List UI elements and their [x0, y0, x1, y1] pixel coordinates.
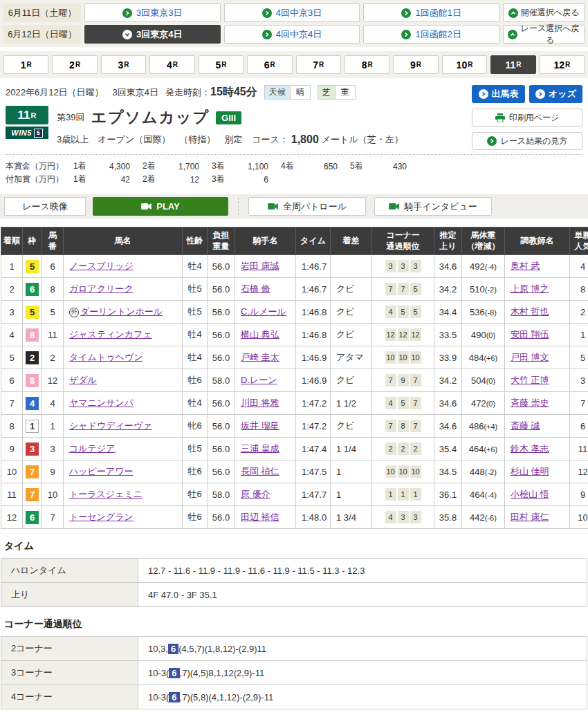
- back-to-race-select-button[interactable]: レース選択へ戻る: [503, 25, 585, 44]
- winner-number-highlight: 6: [168, 644, 178, 654]
- jockey-link[interactable]: 横山 典弘: [241, 329, 279, 339]
- jockey-link[interactable]: 岩田 康誠: [241, 261, 279, 271]
- win-popularity: 3: [570, 369, 588, 392]
- jockey-link[interactable]: 石橋 脩: [241, 283, 270, 294]
- results-header-cell: 単勝 人気: [570, 227, 588, 255]
- meeting-link-chukyo3[interactable]: 4回中京3日: [224, 3, 360, 22]
- result-row-horse-3: 933コルテジア牡556.0三浦 皇成1:47.41 1/422235.4464…: [1, 438, 588, 460]
- race-tab-11r[interactable]: 11R: [490, 55, 535, 74]
- trainer-link[interactable]: 斉藤 崇史: [511, 398, 549, 408]
- trainer-link[interactable]: 田村 康仁: [511, 512, 549, 522]
- trainer-link[interactable]: 小桧山 悟: [511, 489, 549, 499]
- jockey-link[interactable]: C.ルメール: [241, 306, 286, 317]
- jockey-link[interactable]: 原 優介: [241, 489, 270, 499]
- race-tab-7r[interactable]: 7R: [296, 55, 341, 74]
- horse-name-link[interactable]: ダーリントンホール: [80, 306, 163, 317]
- entry-table-button[interactable]: 出馬表: [472, 85, 525, 103]
- horse-name-link[interactable]: ジャスティンカフェ: [69, 329, 152, 339]
- trainer-link[interactable]: 上原 博之: [511, 283, 549, 294]
- meeting-link-tokyo3[interactable]: 3回東京3日: [84, 3, 221, 22]
- results-guide-button[interactable]: レース結果の見方: [472, 132, 582, 150]
- horse-name-cell: シャドウディーヴァ: [64, 415, 183, 438]
- jockey-link[interactable]: 三浦 皇成: [241, 443, 279, 454]
- jockey-cell: 岩田 康誠: [235, 255, 296, 278]
- trainer-link[interactable]: 杉山 佳明: [511, 466, 549, 476]
- race-tab-4r[interactable]: 4R: [149, 55, 194, 74]
- horse-name-link[interactable]: トーラスジェミニ: [69, 489, 143, 499]
- jockey-link[interactable]: D.レーン: [241, 375, 277, 385]
- race-tab-5r[interactable]: 5R: [199, 55, 244, 74]
- last-3f: 33.9: [434, 346, 462, 369]
- jockey-cell: 坂井 瑠星: [235, 415, 296, 438]
- jockey-link[interactable]: 長岡 禎仁: [241, 466, 279, 476]
- last-3f: 35.8: [434, 506, 462, 529]
- horse-name-cell: トーセングラン: [64, 506, 183, 529]
- horse-weight: 492(-4): [462, 255, 505, 278]
- print-page-label: 印刷用ページ: [509, 112, 560, 124]
- finish-position: 4: [1, 324, 23, 346]
- win5-badge: WIN55: [6, 127, 48, 139]
- horse-number: 8: [42, 278, 64, 301]
- race-tab-10r[interactable]: 10R: [442, 55, 487, 74]
- horse-weight: 536(-8): [462, 301, 505, 324]
- back-to-meeting-select-button[interactable]: 開催選択へ戻る: [503, 3, 585, 22]
- race-tab-8r[interactable]: 8R: [344, 55, 389, 74]
- horse-name-link[interactable]: コルテジア: [69, 443, 116, 454]
- print-page-button[interactable]: 印刷用ページ: [472, 109, 582, 127]
- trainer-cell: 小桧山 悟: [505, 483, 570, 506]
- finish-time: 1:47.4: [296, 438, 331, 460]
- trainer-link[interactable]: 大竹 正博: [511, 375, 549, 385]
- race-tab-2r[interactable]: 2R: [52, 55, 97, 74]
- last-3f: 34.4: [434, 301, 462, 324]
- meeting-link-hakodate1[interactable]: 1回函館1日: [363, 3, 499, 22]
- win-popularity: 5: [570, 346, 588, 369]
- horse-name-link[interactable]: トーセングラン: [69, 512, 134, 522]
- frame-number: 4: [23, 392, 42, 415]
- carried-weight: 58.0: [208, 369, 235, 392]
- time-row-label: ハロンタイム: [1, 559, 138, 583]
- trainer-link[interactable]: 木村 哲也: [511, 306, 549, 317]
- jockey-link[interactable]: 坂井 瑠星: [241, 420, 279, 431]
- horse-name-link[interactable]: ガロアクリーク: [69, 283, 134, 294]
- race-number-tabs: 1R2R3R4R5R6R7R8R9R10R11R12R: [0, 51, 588, 78]
- trainer-link[interactable]: 斎藤 誠: [511, 420, 540, 431]
- interview-label: 騎手インタビュー: [404, 201, 477, 213]
- trainer-link[interactable]: 奥村 武: [511, 261, 540, 271]
- finish-time: 1:46.8: [296, 324, 331, 346]
- meeting-link-hakodate2[interactable]: 1回函館2日: [363, 25, 499, 44]
- race-tab-12r[interactable]: 12R: [540, 55, 585, 74]
- jockey-interview-button[interactable]: 騎手インタビュー: [374, 197, 492, 216]
- race-tab-9r[interactable]: 9R: [393, 55, 438, 74]
- carried-weight: 56.0: [208, 255, 235, 278]
- jockey-link[interactable]: 戸崎 圭太: [241, 352, 279, 362]
- foreign-bred-mark: 外: [69, 308, 79, 317]
- horse-name-link[interactable]: ノースブリッジ: [69, 261, 134, 271]
- jockey-link[interactable]: 田辺 裕信: [241, 512, 279, 522]
- horse-name-link[interactable]: ヤマニンサンパ: [69, 398, 134, 408]
- margin: 1 1/2: [331, 392, 372, 415]
- weather-key: 天候: [265, 86, 290, 99]
- horse-name-link[interactable]: シャドウディーヴァ: [69, 420, 151, 431]
- result-row-horse-1: 811シャドウディーヴァ牝656.0坂井 瑠星1:47.2クビ78734.648…: [1, 415, 588, 438]
- horse-number: 4: [42, 392, 64, 415]
- start-time-value: 15時45分: [210, 85, 257, 100]
- meeting-link-tokyo4-selected[interactable]: 3回東京4日: [84, 25, 221, 44]
- result-row-horse-7: 1267トーセングラン牡656.0田辺 裕信1:48.01 3/443335.8…: [1, 506, 588, 529]
- horse-name-cell: トーラスジェミニ: [64, 483, 183, 506]
- trainer-link[interactable]: 安田 翔伍: [511, 329, 549, 339]
- horse-name-link[interactable]: ハッピーアワー: [69, 466, 134, 476]
- horse-name-link[interactable]: ザダル: [69, 375, 97, 385]
- win-popularity: 4: [570, 255, 588, 278]
- patrol-video-button[interactable]: 全周パトロール: [248, 197, 366, 216]
- meeting-link-chukyo4[interactable]: 4回中京4日: [224, 25, 360, 44]
- race-tab-6r[interactable]: 6R: [247, 55, 292, 74]
- trainer-link[interactable]: 戸田 博文: [511, 352, 549, 362]
- play-button[interactable]: PLAY: [93, 197, 228, 216]
- odds-button[interactable]: オッズ: [529, 85, 582, 103]
- race-tab-1r[interactable]: 1R: [3, 55, 48, 74]
- frame-number: 8: [23, 324, 42, 346]
- horse-name-link[interactable]: タイムトゥヘヴン: [69, 352, 143, 362]
- race-tab-3r[interactable]: 3R: [101, 55, 146, 74]
- trainer-link[interactable]: 鈴木 孝志: [511, 443, 549, 454]
- jockey-link[interactable]: 川田 将雅: [241, 398, 279, 408]
